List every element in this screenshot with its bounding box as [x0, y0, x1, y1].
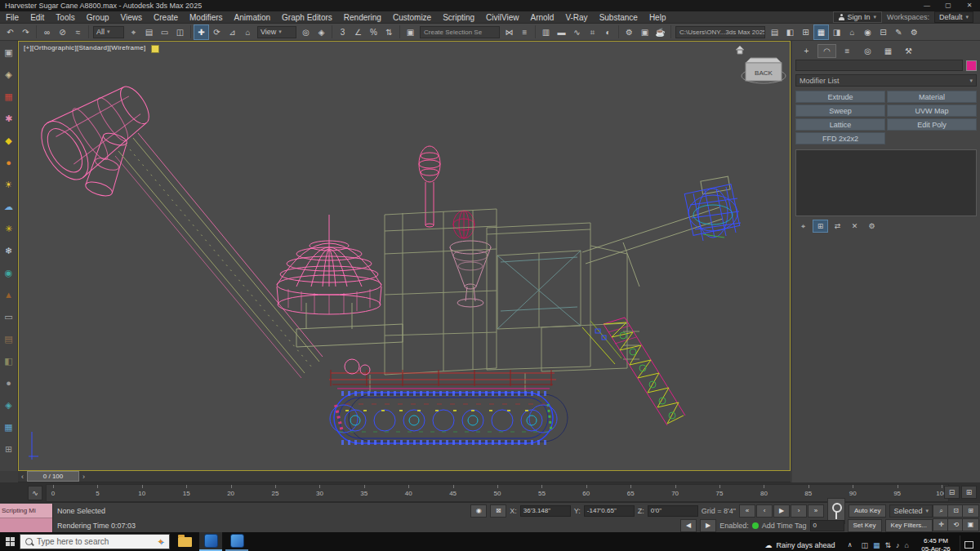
next-key-icon[interactable]: ▶: [700, 519, 716, 532]
tab-modify[interactable]: ◠: [817, 44, 836, 58]
render-production-icon[interactable]: ☕: [653, 24, 668, 40]
left-toolbar-icon-8[interactable]: ☁: [2, 200, 16, 213]
enabled-indicator[interactable]: [752, 522, 759, 529]
frame-number-field[interactable]: 0: [810, 520, 844, 531]
menu-views[interactable]: Views: [115, 11, 149, 24]
menu-customize[interactable]: Customize: [387, 11, 437, 24]
make-unique-icon[interactable]: ⇄: [830, 220, 845, 233]
left-toolbar-icon-4[interactable]: ✱: [2, 112, 16, 125]
redo-icon[interactable]: ↷: [18, 24, 33, 40]
left-toolbar-icon-15[interactable]: ◧: [2, 354, 16, 367]
spinner-snap-icon[interactable]: ⇅: [381, 24, 397, 40]
render-setup-icon[interactable]: ⚙: [621, 24, 637, 40]
left-toolbar-icon-12[interactable]: ▲: [2, 288, 16, 301]
left-toolbar-icon-9[interactable]: ✳: [2, 222, 16, 235]
menu-animation[interactable]: Animation: [229, 11, 276, 24]
isolate-selection-icon[interactable]: ◉: [470, 504, 487, 518]
z-coordinate-field[interactable]: 0'0": [648, 505, 698, 517]
previous-key-icon[interactable]: ◀: [680, 519, 697, 532]
toolbar-extra-9-icon[interactable]: ✎: [891, 24, 906, 40]
left-toolbar-icon-10[interactable]: ❄: [2, 244, 16, 257]
mirror-icon[interactable]: ⋈: [501, 24, 517, 40]
align-icon[interactable]: ≡: [517, 24, 532, 40]
use-pivot-center-icon[interactable]: ◎: [298, 24, 314, 40]
x-coordinate-field[interactable]: 36'3.148": [520, 505, 571, 517]
select-scale-icon[interactable]: ⊿: [225, 24, 240, 40]
sign-in-button[interactable]: Sign In ▾: [833, 11, 883, 23]
modifier-button-edit-poly[interactable]: Edit Poly: [887, 118, 977, 131]
left-toolbar-icon-5[interactable]: ◆: [2, 134, 16, 147]
menu-file[interactable]: File: [0, 11, 24, 24]
rendered-frame-window-icon[interactable]: ▣: [637, 24, 653, 40]
tray-icon-2[interactable]: ▦: [873, 541, 880, 549]
coord-system-dropdown[interactable]: View▾: [257, 26, 296, 38]
auto-key-button[interactable]: Auto Key: [849, 504, 886, 518]
toolbar-extra-5-icon[interactable]: ◨: [829, 24, 844, 40]
toolbar-extra-10-icon[interactable]: ⚙: [906, 24, 922, 40]
left-toolbar-icon-16[interactable]: ●: [2, 376, 16, 389]
menu-edit[interactable]: Edit: [24, 11, 50, 24]
trackbar-expand-icon[interactable]: ⊞: [961, 486, 977, 499]
selection-lock-icon[interactable]: ⊠: [490, 504, 506, 518]
left-toolbar-icon-3[interactable]: ▦: [2, 90, 16, 103]
tab-hierarchy[interactable]: ≡: [838, 44, 857, 58]
toolbar-extra-7-icon[interactable]: ◉: [860, 24, 875, 40]
action-center-button[interactable]: [960, 535, 977, 551]
menu-help[interactable]: Help: [644, 11, 672, 24]
set-key-button[interactable]: Set Key: [848, 519, 882, 532]
modifier-button-sweep[interactable]: Sweep: [795, 104, 885, 117]
3dsmax-secondary-taskbar-button[interactable]: [225, 532, 248, 551]
angle-snap-icon[interactable]: ∠: [350, 24, 366, 40]
menu-group[interactable]: Group: [81, 11, 115, 24]
curve-editor-icon[interactable]: ∿: [569, 24, 585, 40]
tray-icon-1[interactable]: ◫: [861, 541, 868, 549]
trackbar-collapse-icon[interactable]: ⊟: [944, 486, 960, 499]
tab-display[interactable]: ▦: [879, 44, 898, 58]
left-toolbar-icon-11[interactable]: ◉: [2, 266, 16, 279]
left-toolbar-icon-19[interactable]: ⊞: [2, 442, 16, 455]
show-end-result-icon[interactable]: ⊞: [813, 220, 828, 233]
next-frame-button[interactable]: ›: [791, 504, 807, 518]
modifier-stack[interactable]: [795, 149, 977, 216]
time-slider-grip[interactable]: 0 / 100: [27, 471, 79, 482]
menu-arnold[interactable]: Arnold: [524, 11, 559, 24]
left-toolbar-icon-6[interactable]: ●: [2, 156, 16, 169]
menu-rendering[interactable]: Rendering: [338, 11, 387, 24]
scene-explorer-icon[interactable]: ▥: [538, 24, 554, 40]
tab-create[interactable]: +: [797, 44, 816, 58]
goto-end-button[interactable]: »: [808, 504, 824, 518]
toolbar-extra-6-icon[interactable]: ⌂: [844, 24, 860, 40]
left-toolbar-icon-13[interactable]: ▭: [2, 310, 16, 323]
ribbon-icon[interactable]: ▬: [554, 24, 569, 40]
key-mode-dropdown[interactable]: Selected ▾: [889, 504, 933, 518]
left-toolbar-icon-7[interactable]: ☀: [2, 178, 16, 191]
macro-recorder-pane[interactable]: Scripting Mi: [0, 504, 52, 518]
menu-substance[interactable]: Substance: [594, 11, 644, 24]
select-move-icon[interactable]: ✚: [194, 24, 209, 40]
viewport[interactable]: [+][Orthographic][Standard][Wireframe]: [18, 41, 791, 471]
menu-v-ray[interactable]: V-Ray: [559, 11, 593, 24]
close-icon[interactable]: ✕: [959, 0, 980, 11]
tray-icon-3[interactable]: ⇅: [885, 541, 892, 549]
left-toolbar-icon-17[interactable]: ◈: [2, 398, 16, 411]
maxscript-mini-listener[interactable]: Scripting Mi: [0, 504, 53, 532]
toolbar-extra-8-icon[interactable]: ⊟: [875, 24, 891, 40]
left-toolbar-icon-1[interactable]: ▣: [2, 46, 16, 59]
menu-create[interactable]: Create: [148, 11, 184, 24]
viewcube[interactable]: BACK: [736, 46, 786, 83]
modifier-button-material[interactable]: Material: [887, 91, 977, 103]
modifier-button-uvw-map[interactable]: UVW Map: [887, 104, 977, 117]
window-crossing-icon[interactable]: ◫: [172, 24, 188, 40]
toolbar-extra-3-icon[interactable]: ⊞: [798, 24, 813, 40]
weather-widget[interactable]: ☁ Rainy days ahead: [759, 535, 842, 551]
material-editor-icon[interactable]: ◐: [600, 24, 616, 40]
minimize-icon[interactable]: —: [916, 0, 938, 11]
percent-snap-icon[interactable]: %: [366, 24, 381, 40]
toolbar-extra-2-icon[interactable]: ◧: [782, 24, 798, 40]
menu-civilview[interactable]: CivilView: [480, 11, 524, 24]
remove-modifier-icon[interactable]: ✕: [847, 220, 862, 233]
modifier-button-ffd-2x2x2[interactable]: FFD 2x2x2: [795, 132, 885, 144]
left-toolbar-icon-14[interactable]: ▤: [2, 332, 16, 345]
menu-modifiers[interactable]: Modifiers: [184, 11, 229, 24]
taskbar-clock[interactable]: 6:45 PM 05-Apr-26: [914, 537, 958, 551]
